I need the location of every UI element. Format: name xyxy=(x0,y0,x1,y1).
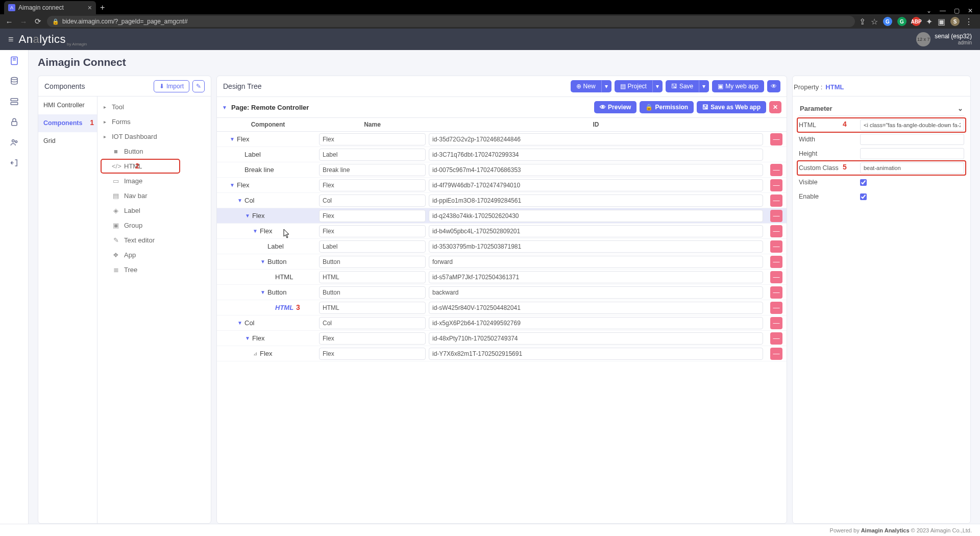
tree-id-input[interactable] xyxy=(429,240,763,253)
tree-row[interactable]: ▼Col— xyxy=(217,193,787,208)
caret-down-icon[interactable]: ⌄ xyxy=(926,7,932,14)
rail-server-icon[interactable] xyxy=(9,96,20,107)
tree-caret-icon[interactable]: ▼ xyxy=(245,213,250,218)
google-translate-icon[interactable]: G xyxy=(883,17,892,26)
tree-name-input[interactable] xyxy=(319,133,426,145)
tree-id-input[interactable] xyxy=(429,317,763,329)
component-item-app[interactable]: ❖App xyxy=(97,248,211,262)
tree-id-input[interactable] xyxy=(429,302,763,314)
tab-close-icon[interactable]: × xyxy=(88,4,92,12)
profile-avatar-icon[interactable]: S xyxy=(950,17,960,26)
delete-row-button[interactable]: — xyxy=(770,133,782,145)
rail-users-icon[interactable] xyxy=(9,137,20,148)
tree-id-input[interactable] xyxy=(429,256,763,268)
user-area[interactable]: 12 x 7 senal (esp32) admin xyxy=(916,32,972,46)
preview-eye-button[interactable]: 👁 xyxy=(767,80,780,92)
delete-row-button[interactable]: — xyxy=(770,317,782,329)
permission-button[interactable]: 🔒 Permission xyxy=(640,101,694,113)
component-item-label[interactable]: ◈Label xyxy=(97,203,211,218)
delete-row-button[interactable]: — xyxy=(770,348,782,360)
new-dropdown[interactable]: ▾ xyxy=(601,80,611,92)
component-item-group[interactable]: ▣Group xyxy=(97,218,211,233)
back-icon[interactable]: ← xyxy=(4,17,14,26)
browser-tab[interactable]: A Aimagin connect × xyxy=(4,1,96,14)
tree-name-input[interactable] xyxy=(319,302,426,314)
tree-name-input[interactable] xyxy=(319,164,426,176)
delete-row-button[interactable]: — xyxy=(770,302,782,314)
project-dropdown[interactable]: ▾ xyxy=(652,80,663,92)
delete-row-button[interactable]: — xyxy=(770,164,782,176)
components-tab-hmi-controller[interactable]: HMI Controller xyxy=(38,96,97,114)
tree-name-input[interactable] xyxy=(319,332,426,345)
tree-row[interactable]: ▼Flex— xyxy=(217,132,787,147)
tree-id-input[interactable] xyxy=(429,133,763,145)
menu-dots-icon[interactable]: ⋮ xyxy=(965,17,973,27)
delete-row-button[interactable]: — xyxy=(770,225,782,237)
component-item-image[interactable]: ▭Image xyxy=(97,174,211,188)
tree-row[interactable]: HTML— xyxy=(217,270,787,285)
tree-name-input[interactable] xyxy=(319,348,426,360)
property-input[interactable] xyxy=(860,162,964,174)
save-as-webapp-button[interactable]: 🖫 Save as Web app xyxy=(697,101,766,113)
tree-row[interactable]: Label xyxy=(217,147,787,162)
edit-components-button[interactable]: ✎ xyxy=(192,80,205,92)
save-dropdown[interactable]: ▾ xyxy=(699,80,709,92)
tree-id-input[interactable] xyxy=(429,179,763,191)
tree-name-input[interactable] xyxy=(319,271,426,283)
rail-page-icon[interactable] xyxy=(9,55,20,66)
delete-row-button[interactable]: — xyxy=(770,210,782,222)
url-bar[interactable]: 🔒 bidev.aimagin.com/?_pageId=_page_amgcn… xyxy=(47,16,855,27)
star-icon[interactable]: ☆ xyxy=(871,17,878,27)
components-tab-grid[interactable]: Grid xyxy=(38,132,97,150)
tree-id-input[interactable] xyxy=(429,210,763,222)
property-checkbox[interactable] xyxy=(860,193,867,200)
tree-id-input[interactable] xyxy=(429,332,763,345)
import-button[interactable]: ⬇ Import xyxy=(154,80,189,92)
component-item-forms[interactable]: ▸Forms xyxy=(97,114,211,129)
tree-name-input[interactable] xyxy=(319,256,426,268)
property-input[interactable] xyxy=(860,119,964,131)
tree-id-input[interactable] xyxy=(429,149,763,161)
delete-row-button[interactable]: — xyxy=(770,240,782,253)
property-input[interactable] xyxy=(860,148,964,159)
reload-icon[interactable]: ⟳ xyxy=(33,17,43,26)
tree-id-input[interactable] xyxy=(429,225,763,237)
tree-id-input[interactable] xyxy=(429,164,763,176)
delete-row-button[interactable]: — xyxy=(770,271,782,283)
tree-name-input[interactable] xyxy=(319,194,426,207)
rail-database-icon[interactable] xyxy=(9,76,20,87)
property-input[interactable] xyxy=(860,134,964,145)
tree-row[interactable]: Break line— xyxy=(217,162,787,178)
tree-row[interactable]: ▼Flex— xyxy=(217,178,787,193)
tree-name-input[interactable] xyxy=(319,240,426,253)
abp-icon[interactable]: ABP xyxy=(912,17,921,26)
tree-row[interactable]: ▼Flex— xyxy=(217,208,787,224)
parameter-section[interactable]: Parameter ⌄ xyxy=(799,102,964,116)
tree-id-input[interactable] xyxy=(429,271,763,283)
tree-caret-icon[interactable]: ▼ xyxy=(260,259,265,264)
component-item-button[interactable]: ■Button xyxy=(97,144,211,159)
tree-row[interactable]: ▼Button— xyxy=(217,285,787,300)
tree-row[interactable]: ⊿Flex— xyxy=(217,346,787,361)
my-web-app-button[interactable]: ▣ My web app xyxy=(712,80,764,92)
puzzle-icon[interactable]: ✦ xyxy=(926,17,933,27)
maximize-icon[interactable]: ▢ xyxy=(954,7,960,14)
tree-id-input[interactable] xyxy=(429,348,763,360)
close-window-icon[interactable]: ✕ xyxy=(968,7,973,14)
tree-name-input[interactable] xyxy=(319,225,426,237)
share-icon[interactable]: ⇪ xyxy=(859,17,866,27)
tree-name-input[interactable] xyxy=(319,179,426,191)
component-item-html[interactable]: </>HTML2 xyxy=(97,159,211,174)
property-checkbox[interactable] xyxy=(860,179,867,186)
tree-caret-icon[interactable]: ▼ xyxy=(245,335,250,341)
tree-name-input[interactable] xyxy=(319,286,426,299)
project-button[interactable]: ▤ Project xyxy=(615,80,652,92)
tree-row[interactable]: ▼Button— xyxy=(217,254,787,270)
save-button[interactable]: 🖫 Save xyxy=(666,80,699,92)
component-item-text-editor[interactable]: ✎Text editor xyxy=(97,233,211,248)
component-item-nav-bar[interactable]: ▤Nav bar xyxy=(97,188,211,203)
component-item-tool[interactable]: ▸Tool xyxy=(97,100,211,114)
delete-row-button[interactable]: — xyxy=(770,332,782,345)
tree-id-input[interactable] xyxy=(429,194,763,207)
tree-name-input[interactable] xyxy=(319,149,426,161)
